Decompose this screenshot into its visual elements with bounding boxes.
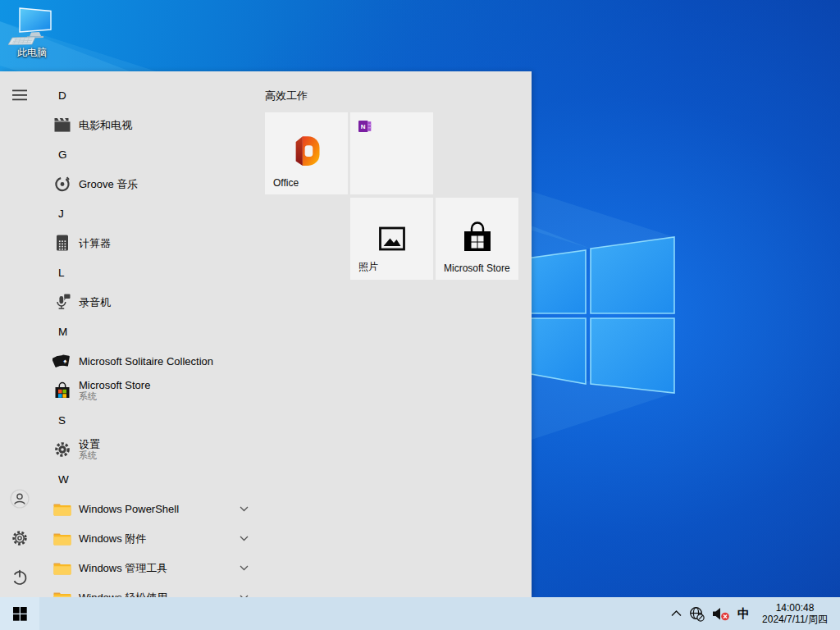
section-letter[interactable]: G — [39, 139, 262, 169]
app-item-voice-recorder[interactable]: 录音机 — [39, 287, 262, 317]
svg-text:N: N — [361, 123, 366, 130]
start-menu-rail — [0, 71, 39, 597]
office-icon — [288, 133, 324, 169]
clock-date: 2024/7/11/周四 — [762, 614, 828, 625]
app-item-groove-music[interactable]: Groove 音乐 — [39, 169, 262, 199]
desktop-icon-label: 此电脑 — [5, 46, 59, 60]
tile-label: Microsoft Store — [444, 262, 510, 274]
tile-office[interactable]: Office — [265, 112, 348, 194]
user-icon — [10, 489, 30, 509]
ime-indicator[interactable]: 中 — [737, 606, 750, 622]
hamburger-icon — [12, 89, 28, 101]
power-button[interactable] — [0, 558, 39, 597]
this-pc-icon — [8, 7, 56, 45]
speaker-muted-icon — [712, 607, 730, 621]
solitaire-icon: ♠ — [52, 351, 72, 371]
globe-no-internet-icon — [689, 606, 705, 622]
app-item-settings[interactable]: 设置 系统 — [39, 435, 262, 464]
tile-label: Office — [273, 177, 299, 189]
section-letter[interactable]: L — [39, 258, 262, 287]
folder-item-windows-admin-tools[interactable]: Windows 管理工具 — [39, 553, 262, 582]
groove-music-icon — [52, 174, 72, 194]
section-letter[interactable]: J — [39, 199, 262, 228]
store-icon — [52, 381, 72, 400]
user-account-button[interactable] — [0, 479, 39, 518]
expand-menu-button[interactable] — [0, 75, 39, 115]
folder-icon — [52, 499, 72, 518]
app-item-movies-tv[interactable]: 电影和电视 — [39, 110, 262, 139]
section-letter[interactable]: S — [39, 405, 262, 435]
chevron-down-icon[interactable] — [240, 506, 249, 512]
gear-icon — [11, 529, 29, 547]
voice-recorder-icon — [52, 292, 72, 312]
desktop-icon-this-pc[interactable]: 此电脑 — [5, 7, 59, 60]
app-item-microsoft-store[interactable]: Microsoft Store 系统 — [39, 376, 262, 405]
tile-photos[interactable]: 照片 — [350, 198, 433, 280]
chevron-up-icon — [671, 610, 682, 617]
tile-onenote[interactable]: N — [350, 112, 433, 194]
system-tray: 中 14:00:48 2024/7/11/周四 — [671, 597, 840, 630]
rail-bottom-buttons — [0, 479, 39, 597]
section-letter[interactable]: D — [39, 80, 262, 110]
start-button[interactable] — [0, 597, 39, 630]
app-item-solitaire[interactable]: ♠ Microsoft Solitaire Collection — [39, 346, 262, 376]
section-letter[interactable]: M — [39, 317, 262, 346]
start-menu-app-list: D 电影和电视 G — [39, 71, 262, 597]
tile-microsoft-store[interactable]: Microsoft Store — [436, 198, 518, 280]
onenote-icon: N — [358, 120, 372, 133]
tray-chevron-up-button[interactable] — [671, 610, 682, 617]
calculator-icon — [52, 233, 72, 253]
section-letter[interactable]: W — [39, 464, 262, 494]
folder-item-windows-powershell[interactable]: Windows PowerShell — [39, 494, 262, 523]
folder-icon — [52, 587, 72, 597]
settings-button[interactable] — [0, 518, 39, 558]
start-menu-tiles: 高效工作 Office — [262, 71, 532, 597]
folder-icon — [52, 528, 72, 548]
taskbar: 中 14:00:48 2024/7/11/周四 — [0, 597, 840, 630]
power-icon — [10, 568, 30, 587]
folder-item-windows-ease-of-access[interactable]: Windows 轻松使用 — [39, 582, 262, 597]
folder-item-windows-accessories[interactable]: Windows 附件 — [39, 523, 262, 553]
folder-icon — [52, 558, 72, 578]
photos-icon — [377, 224, 407, 253]
windows-logo-icon — [13, 607, 27, 621]
app-item-calculator[interactable]: 计算器 — [39, 228, 262, 258]
movies-tv-icon — [52, 115, 72, 135]
desktop-screen: 此电脑 — [0, 0, 840, 630]
settings-gear-icon — [52, 440, 72, 459]
start-menu: D 电影和电视 G — [0, 71, 532, 597]
volume-button[interactable] — [712, 607, 730, 621]
tile-label: 照片 — [358, 260, 378, 274]
network-status-button[interactable] — [689, 606, 705, 622]
chevron-down-icon[interactable] — [240, 565, 249, 571]
tile-group-title[interactable]: 高效工作 — [265, 89, 308, 103]
taskbar-clock[interactable]: 14:00:48 2024/7/11/周四 — [757, 602, 833, 626]
clock-time: 14:00:48 — [776, 602, 815, 614]
store-bag-icon — [459, 220, 496, 258]
chevron-down-icon[interactable] — [240, 536, 249, 541]
